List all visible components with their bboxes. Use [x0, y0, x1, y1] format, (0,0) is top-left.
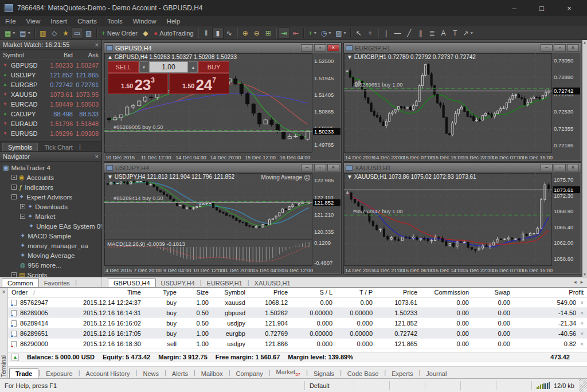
orders-column-price[interactable]: Price [249, 289, 291, 296]
terminal-tab-market[interactable]: Market57 [271, 367, 307, 378]
orders-column-profit[interactable]: Profit [514, 289, 587, 296]
expand-icon[interactable]: + [11, 185, 17, 190]
indicators-list-button[interactable]: +▾ [306, 28, 319, 39]
terminal-tab-exposure[interactable]: Exposure [40, 369, 78, 378]
market-watch-toggle-button[interactable]: ▥ [37, 28, 49, 39]
vertical-line-tool-button[interactable]: | [381, 28, 392, 39]
navigator-item-scripts[interactable]: +▤Scripts [0, 270, 101, 277]
collapse-icon[interactable]: − [11, 194, 17, 199]
new-chart-button[interactable]: ▦▾ [2, 28, 17, 39]
orders-column-swap[interactable]: Swap [472, 289, 514, 296]
metaeditor-button[interactable]: ◆ [140, 28, 151, 39]
bar-chart-mode-button[interactable]: ‖ [201, 28, 212, 39]
chart-minimize-button[interactable]: – [301, 44, 313, 52]
horizontal-line-tool-button[interactable]: — [392, 28, 404, 39]
market-watch-row[interactable]: ▼EURCAD1.504491.50503 [0, 99, 101, 109]
chart-restore-button[interactable]: ▫ [554, 164, 566, 171]
chart-tab-usdjpy-h4[interactable]: USDJPY,H4 [156, 279, 200, 287]
market-watch-row[interactable]: ▼EURUSD1.092961.09308 [0, 128, 101, 138]
strategy-tester-button[interactable]: ▧ [83, 28, 95, 39]
zoom-in-button[interactable]: ⊕ [240, 28, 251, 39]
chart-minimize-button[interactable]: – [541, 164, 553, 171]
orders-column-type[interactable]: Type [144, 289, 180, 296]
text-label-tool-button[interactable]: T [449, 28, 461, 39]
minimize-button[interactable]: – [504, 4, 524, 13]
chart-body-eurgbp[interactable]: 0.730500.728800.727050.725300.723550.721… [344, 53, 581, 161]
candlestick-mode-button[interactable]: ▮ [212, 28, 224, 39]
menu-file[interactable]: File [0, 18, 21, 25]
orders-column-symbol[interactable]: Symbol [212, 289, 249, 296]
chart-body-usdjpy[interactable]: 122.985122.110121.210120.3354 Dec 20157 … [104, 173, 341, 274]
collapse-icon[interactable]: − [20, 214, 25, 219]
tab-scroll-left-icon[interactable]: ◄ [573, 280, 577, 285]
order-row[interactable]: 862896512015.12.16 16:17:05buy1.00eurgbp… [8, 328, 587, 339]
chart-close-button[interactable]: × [327, 164, 339, 171]
expand-icon[interactable]: + [11, 272, 17, 277]
volume-increase-button[interactable]: ▲ [189, 61, 198, 73]
chart-titlebar-xauusd[interactable]: XAUUSD,H1–▫× [344, 163, 581, 173]
data-window-toggle-button[interactable]: ◇ [49, 28, 60, 39]
cursor-tool-button[interactable]: ↖ [353, 28, 365, 39]
tile-windows-button[interactable]: ⊞ [263, 28, 274, 39]
terminal-tab-company[interactable]: Company [230, 369, 269, 378]
chart-minimize-button[interactable]: – [301, 164, 313, 171]
terminal-tab-signals[interactable]: Signals [308, 369, 340, 378]
terminal-tab-news[interactable]: News [137, 369, 165, 378]
volume-input[interactable]: 1.00 [149, 61, 188, 73]
new-order-button[interactable]: +New Order [99, 28, 140, 39]
chart-titlebar-gbpusd[interactable]: GBPUSD,H4–▫× [104, 43, 341, 53]
menu-window[interactable]: Window [128, 18, 162, 25]
navigator-item-market[interactable]: −✦Market [0, 211, 101, 221]
market-watch-row[interactable]: ▲EURGBP0.727420.72761 [0, 80, 101, 89]
order-row[interactable]: 862890052015.12.16 16:14:31buy0.50gbpusd… [8, 308, 587, 318]
order-row[interactable]: 857629472015.12.14 12:24:37buy1.00xauusd… [8, 297, 587, 308]
periods-button[interactable]: ◷▾ [319, 28, 334, 39]
tab-favorites[interactable]: Favorites [39, 279, 75, 287]
orders-column-price[interactable]: Price [376, 289, 421, 296]
terminal-tab-code-base[interactable]: Code Base [342, 369, 384, 378]
sell-price[interactable]: 1.50233 [108, 73, 168, 94]
market-watch-row[interactable]: ▼XAUUSD1073.611073.95 [0, 89, 101, 99]
chart-body-gbpusd[interactable]: 1.525001.519451.514051.508651.503251.497… [104, 53, 341, 161]
autotrading-button[interactable]: ●AutoTrading [151, 28, 196, 39]
orders-column-order[interactable]: Order/ [8, 289, 64, 296]
chart-canvas-usdjpy[interactable]: 122.985122.110121.210120.3354 Dec 20157 … [104, 173, 341, 274]
terminal-tab-mailbox[interactable]: Mailbox [195, 369, 229, 378]
profiles-button[interactable]: ▤▾ [17, 28, 32, 39]
line-chart-mode-button[interactable]: ∿ [224, 28, 235, 39]
market-watch-close-icon[interactable]: × [95, 41, 99, 48]
market-watch-row[interactable]: ▲USDJPY121.852121.865 [0, 70, 101, 80]
navigator-close-icon[interactable]: × [95, 153, 99, 160]
terminal-tab-account-history[interactable]: Account History [80, 369, 136, 378]
chart-close-button[interactable]: × [327, 44, 339, 52]
navigator-item-money-manager-ea[interactable]: ✦money_manager_ea [0, 241, 101, 250]
chart-shift-button[interactable]: ⇤ [290, 28, 302, 39]
orders-column-commission[interactable]: Commission [421, 289, 472, 296]
order-row[interactable]: 862900002015.12.16 16:18:30sell1.00usdjp… [8, 339, 587, 349]
chart-close-button[interactable]: × [567, 44, 579, 52]
arrows-tool-button[interactable]: ↗▾ [461, 28, 475, 39]
chart-canvas-xauusd[interactable]: 1075.701072.301068.901065.401062.001058.… [344, 173, 581, 274]
close-position-icon[interactable]: × [580, 300, 584, 306]
chart-minimize-button[interactable]: – [541, 44, 553, 52]
navigator-item-indicators[interactable]: +ƒIndicators [0, 182, 101, 192]
buy-price[interactable]: 1.50247 [169, 73, 229, 94]
terminal-toggle-button[interactable]: ▭ [72, 28, 83, 39]
navigator-item-accounts[interactable]: +◉Accounts [0, 173, 101, 182]
market-watch-row[interactable]: ▼EURAUD1.517961.51848 [0, 119, 101, 128]
scroll-up-icon[interactable]: ▲ [583, 41, 586, 44]
fibonacci-tool-button[interactable]: ≣ [426, 28, 438, 39]
trendline-tool-button[interactable]: ╱ [404, 28, 415, 39]
chart-restore-button[interactable]: ▫ [314, 44, 326, 52]
tab-common[interactable]: Common [2, 279, 39, 287]
terminal-tab-experts[interactable]: Experts [386, 369, 418, 378]
mdi-scrollbar[interactable]: ▲▼ [582, 40, 587, 277]
templates-button[interactable]: ▨▾ [333, 28, 348, 39]
navigator-item-unique-eas-system-05[interactable]: ✦Unique EAs System 05 [0, 221, 101, 231]
chart-tab-xauusd-h1[interactable]: XAUUSD,H1 [249, 279, 296, 287]
terminal-tab-journal[interactable]: Journal [420, 369, 452, 378]
navigator-item-956-more-[interactable]: ◍956 more... [0, 260, 101, 270]
market-watch-tab-symbols[interactable]: Symbols [2, 143, 38, 151]
chart-restore-button[interactable]: ▫ [314, 164, 326, 171]
resize-grip[interactable] [579, 379, 587, 392]
